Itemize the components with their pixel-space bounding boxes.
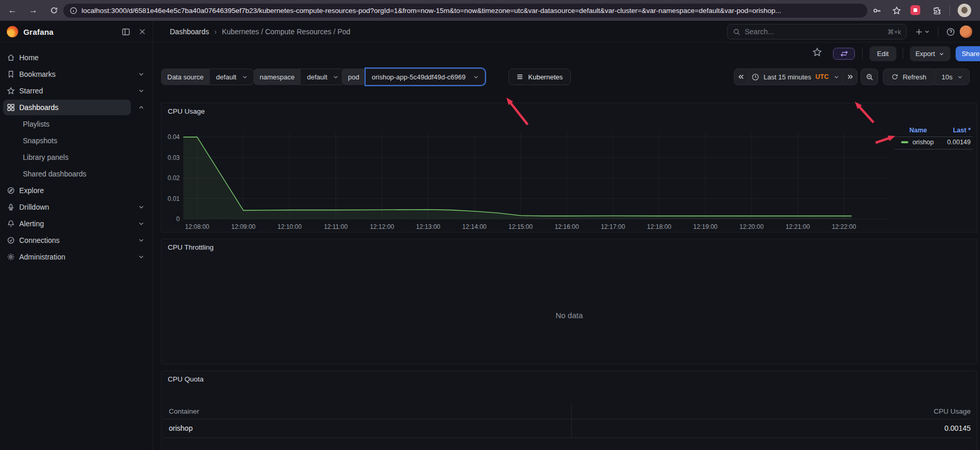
help-icon[interactable] [943, 24, 958, 39]
drilldown-icon [7, 203, 15, 211]
edit-button[interactable]: Edit [869, 46, 896, 61]
sidebar-item-drilldown[interactable]: Drilldown [0, 199, 153, 215]
refresh-button[interactable]: Refresh [883, 69, 935, 85]
chevron-down-icon[interactable] [138, 237, 145, 244]
bookmark-star-icon[interactable] [889, 3, 904, 18]
sidebar-item-label: Shared dashboards [23, 170, 86, 178]
plug-icon [7, 236, 15, 244]
bookmark-icon [7, 70, 15, 78]
hamburger-menu-icon [516, 73, 523, 80]
namespace-label: namespace [253, 69, 301, 85]
chevron-down-icon[interactable] [138, 253, 145, 261]
breadcrumb: Dashboards › Kubernetes / Compute Resour… [170, 21, 351, 43]
chevron-up-icon[interactable] [138, 104, 145, 111]
user-avatar[interactable] [960, 25, 972, 38]
svg-text:12:09:00: 12:09:00 [231, 223, 256, 230]
sidebar-item-explore[interactable]: Explore [0, 183, 153, 198]
extension-blocker-icon[interactable] [910, 5, 920, 15]
add-new-button[interactable] [912, 24, 933, 39]
kubernetes-link-button[interactable]: Kubernetes [508, 69, 571, 85]
sidebar-item-label: Library panels [23, 153, 69, 161]
pod-value-dropdown[interactable]: orishop-app-5c49ddf49d-c6969 [366, 69, 486, 85]
extensions-puzzle-icon[interactable] [930, 3, 944, 18]
panel-title[interactable]: CPU Quota [168, 375, 204, 383]
share-button[interactable]: Share [956, 46, 980, 61]
sidebar-item-playlists[interactable]: Playlists [0, 116, 153, 132]
namespace-picker[interactable]: namespace default [253, 69, 345, 85]
quota-column-divider [571, 403, 572, 438]
chevron-down-icon [473, 74, 479, 80]
cpu-quota-panel: CPU Quota Container CPU Usage orishop 0.… [161, 371, 977, 450]
quota-col-container[interactable]: Container [169, 407, 199, 415]
namespace-value-dropdown[interactable]: default [301, 69, 345, 85]
bell-icon [7, 220, 15, 228]
sidebar-item-label: Connections [19, 236, 60, 244]
shared-dashboard-badge[interactable] [833, 48, 855, 60]
sidebar-item-connections[interactable]: Connections [0, 233, 153, 248]
search-icon [733, 28, 741, 36]
password-key-icon[interactable] [869, 3, 884, 18]
time-shift-back-button[interactable] [734, 69, 748, 85]
favorite-star-icon[interactable] [812, 47, 825, 60]
legend-series-value: 0.00149 [895, 139, 971, 146]
sidebar-item-library-panels[interactable]: Library panels [0, 149, 153, 165]
sidebar-item-home[interactable]: Home [0, 50, 153, 65]
search-input[interactable]: Search... ⌘+k [727, 24, 907, 39]
sidebar-item-alerting[interactable]: Alerting [0, 216, 153, 231]
browser-toolbar: ← → localhost:3000/d/6581e46e4e5c7ba40a0… [0, 0, 980, 21]
pod-picker[interactable]: pod orishop-app-5c49ddf49d-c6969 [342, 69, 485, 85]
panel-title[interactable]: CPU Throttling [168, 243, 213, 251]
url-text[interactable]: localhost:3000/d/6581e46e4e5c7ba40a07646… [82, 7, 781, 15]
sidebar-item-dashboards[interactable]: Dashboards [0, 100, 153, 115]
browser-back-icon[interactable]: ← [5, 3, 20, 18]
chevron-down-icon[interactable] [138, 71, 145, 78]
breadcrumb-dashboards[interactable]: Dashboards [170, 28, 209, 36]
timezone-label: UTC [815, 73, 829, 80]
export-button[interactable]: Export [910, 46, 950, 61]
datasource-value-dropdown[interactable]: default [210, 69, 254, 85]
chevron-down-icon[interactable] [138, 220, 145, 227]
browser-forward-icon[interactable]: → [26, 3, 41, 18]
time-range-picker[interactable]: Last 15 minutes UTC [749, 69, 842, 85]
svg-text:12:08:00: 12:08:00 [185, 223, 209, 230]
sidebar-item-shared-dashboards[interactable]: Shared dashboards [0, 166, 153, 182]
chevron-down-icon [332, 74, 339, 80]
browser-address-bar[interactable]: localhost:3000/d/6581e46e4e5c7ba40a07646… [63, 4, 867, 18]
sidebar-item-label: Administration [19, 253, 65, 261]
grafana-logo-icon[interactable] [7, 26, 18, 37]
site-info-icon[interactable] [70, 7, 77, 15]
sidebar-item-starred[interactable]: Starred [0, 83, 153, 99]
toolbar-divider [949, 5, 950, 16]
quota-cell-container[interactable]: orishop [169, 424, 193, 432]
sidebar-item-bookmarks[interactable]: Bookmarks [0, 66, 153, 82]
breadcrumb-separator: › [214, 28, 217, 36]
browser-reload-icon[interactable] [47, 3, 61, 18]
svg-text:0.02: 0.02 [168, 174, 180, 182]
sidebar-item-snapshots[interactable]: Snapshots [0, 133, 153, 148]
zoom-out-button[interactable] [861, 69, 878, 85]
svg-text:12:19:00: 12:19:00 [693, 223, 718, 230]
chevron-down-icon [938, 51, 945, 57]
grafana-logo-section: Grafana [0, 21, 153, 43]
browser-profile-avatar[interactable] [958, 4, 971, 17]
refresh-interval-dropdown[interactable]: 10s [935, 69, 970, 85]
time-shift-forward-button[interactable] [843, 69, 857, 85]
legend-col-last[interactable]: Last * [895, 127, 971, 134]
quota-col-cpu-usage[interactable]: CPU Usage [763, 407, 971, 415]
refresh-icon [891, 73, 898, 80]
svg-text:12:21:00: 12:21:00 [786, 223, 810, 230]
chevron-down-icon[interactable] [138, 203, 145, 211]
chevron-down-icon[interactable] [138, 87, 145, 94]
sidebar-item-administration[interactable]: Administration [0, 249, 153, 265]
close-menu-icon[interactable] [135, 24, 150, 39]
search-placeholder: Search... [745, 28, 888, 36]
dashboards-grid-icon [7, 103, 15, 112]
datasource-picker[interactable]: Data source default [161, 69, 254, 85]
svg-text:12:11:00: 12:11:00 [324, 223, 348, 230]
dock-sidebar-icon[interactable] [118, 24, 133, 39]
sidebar-item-label: Drilldown [19, 203, 49, 211]
search-shortcut: ⌘+k [888, 28, 901, 36]
cpu-usage-chart[interactable]: 00.010.020.030.0412:08:0012:09:0012:10:0… [162, 103, 978, 233]
pod-label: pod [342, 69, 366, 85]
chevron-down-icon [957, 74, 963, 80]
